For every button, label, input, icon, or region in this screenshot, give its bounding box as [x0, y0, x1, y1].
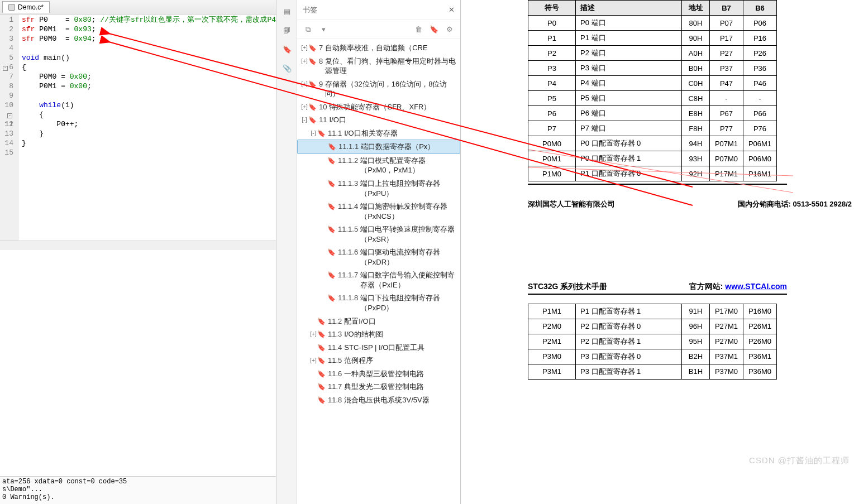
toc-number: 11.3 [328, 329, 342, 339]
table-row: P1M1P1 口配置寄存器 191HP17M0P16M0 [528, 304, 777, 319]
toc-number: 11.1 [328, 128, 342, 138]
toc-label: I/O口 [329, 115, 346, 125]
bookmark-item-icon: 🔖 [327, 179, 336, 188]
bookmark-icon[interactable]: 🔖 [282, 44, 293, 55]
divider [528, 184, 787, 185]
add-bookmark-icon[interactable]: 🔖 [429, 25, 439, 35]
toc-item[interactable]: [+]🔖8复位、看门狗、掉电唤醒专用定时器与电源管理 [297, 55, 460, 78]
bookmark-item-icon: 🔖 [308, 102, 317, 112]
toc-number: 11.1.5 [338, 224, 358, 234]
tree-toggle-icon[interactable]: [+] [300, 56, 308, 65]
register-table-1: 符号 描述 地址 B7 B6 P0P0 端口80HP07P06P1P1 端口90… [528, 0, 777, 181]
tree-toggle-icon[interactable]: [+] [309, 356, 317, 364]
toc-item[interactable]: [+]🔖11.1.8端口下拉电阻控制寄存器（PxPD） [297, 291, 460, 314]
toc-label: 一种典型三极管控制电路 [344, 369, 424, 379]
collapse-tree-icon[interactable]: ▾ [318, 25, 328, 35]
toc-number: 11.8 [328, 395, 342, 405]
toc-number: 11.2 [328, 316, 342, 327]
bookmark-item-icon: 🔖 [327, 247, 336, 257]
attachment-icon[interactable]: 📎 [282, 63, 293, 74]
table-row: P2M1P2 口配置寄存器 195HP27M0P26M0 [528, 334, 777, 349]
toc-item[interactable]: [+]🔖9存储器（32位访问，16位访问，8位访问） [297, 78, 460, 100]
table-row: P1M0P1 口配置寄存器 092HP17M1P16M1 [528, 166, 777, 181]
register-table-2: P1M1P1 口配置寄存器 191HP17M0P16M0P2M0P2 口配置寄存… [528, 304, 777, 380]
toc-item[interactable]: [+]🔖11.1.7端口数字信号输入使能控制寄存器（PxIE） [297, 268, 460, 291]
toc-item[interactable]: [+]🔖11.1.3端口上拉电阻控制寄存器（PxPU） [297, 177, 460, 200]
build-output: ata=256 xdata=0 const=0 code=35 s\Demo".… [0, 476, 276, 504]
toc-item[interactable]: [+]🔖11.3I/O的结构图 [297, 328, 460, 341]
toc-number: 11.4 [328, 343, 342, 353]
tree-toggle-icon[interactable]: [+] [309, 329, 317, 338]
pages-icon[interactable]: 🗐 [282, 25, 293, 36]
bookmark-item-icon: 🔖 [327, 201, 336, 211]
delete-icon[interactable]: 🗑 [413, 25, 423, 35]
horizontal-scrollbar[interactable] [0, 241, 276, 250]
page-footer: 深圳国芯人工智能有限公司 国内分销商电话: 0513-5501 2928/2 [528, 199, 854, 209]
file-icon [8, 4, 15, 11]
bookmark-tree[interactable]: [+]🔖7自动频率校准，自动追频（CRE[+]🔖8复位、看门狗、掉电唤醒专用定时… [297, 39, 460, 504]
toc-label: 端口施密特触发控制寄存器（PxNCS） [360, 201, 457, 221]
toc-item[interactable]: [+]🔖11.1.2端口模式配置寄存器（PxM0，PxM1） [297, 154, 460, 177]
toc-number: 11.5 [328, 356, 342, 366]
toc-item[interactable]: [+]🔖11.5范例程序 [297, 354, 460, 367]
toc-item[interactable]: [+]🔖11.6一种典型三极管控制电路 [297, 367, 460, 381]
toc-label: 存储器（32位访问，16位访问，8位访问） [325, 79, 457, 99]
pdf-page-pane[interactable]: 符号 描述 地址 B7 B6 P0P0 端口80HP07P06P1P1 端口90… [461, 0, 854, 504]
pdf-sidebar-pane: ▤ 🗐 🔖 📎 书签 ✕ ⧉ ▾ 🗑 🔖 ⚙ [+]🔖7自动频率校准，自动追频（… [276, 0, 461, 504]
table-row: P3M1P3 口配置寄存器 1B1HP37M0P36M0 [528, 364, 777, 379]
bookmark-item-icon: 🔖 [317, 369, 326, 378]
toc-label: 自动频率校准，自动追频（CRE [325, 43, 427, 53]
table-row: P4P4 端口C0HP47P46 [528, 76, 777, 91]
toc-item[interactable]: [+]🔖7自动频率校准，自动追频（CRE [297, 41, 460, 55]
page-header: STC32G 系列技术手册 官方网站: www.STCAI.com [528, 282, 787, 292]
expand-tree-icon[interactable]: ⧉ [303, 25, 313, 35]
line-gutter: 12345-678910-1112131415 [0, 15, 18, 241]
bookmark-header: 书签 ✕ [297, 0, 460, 20]
toc-number: 8 [319, 56, 323, 66]
toc-label: 端口模式配置寄存器（PxM0，PxM1） [360, 156, 457, 175]
tree-toggle-icon[interactable]: [+] [300, 79, 308, 88]
toc-item[interactable]: [+]🔖11.1.6端口驱动电流控制寄存器（PxDR） [297, 246, 460, 268]
toc-item[interactable]: [+]🔖11.1.5端口电平转换速度控制寄存器（PxSR） [297, 223, 460, 246]
table-row: P1P1 端口90HP17P16 [528, 31, 777, 46]
toc-item[interactable]: [+]🔖11.4STC-ISP | I/O口配置工具 [297, 341, 460, 354]
code-area[interactable]: 12345-678910-1112131415 sfr P0 = 0x80; /… [0, 15, 276, 241]
editor-tab-bar: Demo.c* [0, 0, 276, 15]
site-link[interactable]: www.STCAI.com [725, 282, 787, 291]
toc-label: 配置I/O口 [344, 316, 375, 327]
bookmark-item-icon: 🔖 [317, 382, 326, 391]
toc-item[interactable]: [-]🔖11.1I/O口相关寄存器 [297, 127, 460, 140]
tree-toggle-icon[interactable]: [-] [309, 128, 317, 137]
toc-item[interactable]: [+]🔖11.8混合电压供电系统3V/5V器 [297, 393, 460, 407]
tree-toggle-icon[interactable]: [-] [300, 115, 308, 124]
toc-item[interactable]: [-]🔖11I/O口 [297, 113, 460, 127]
footer-company: 深圳国芯人工智能有限公司 [528, 199, 615, 209]
status-line: ata=256 xdata=0 const=0 code=35 [2, 478, 274, 486]
table-row: P5P5 端口C8H-- [528, 91, 777, 106]
bookmark-title: 书签 [303, 5, 317, 15]
th-addr: 地址 [682, 1, 710, 16]
toc-number: 11.1.2 [338, 156, 358, 166]
code-text[interactable]: sfr P0 = 0x80; //关键字sfr以红色显示，第一次下载不亮，需改成… [18, 15, 276, 241]
bookmark-item-icon: 🔖 [327, 224, 336, 234]
thumbnails-icon[interactable]: ▤ [282, 6, 293, 17]
bookmark-item-icon: 🔖 [317, 128, 326, 138]
editor-tab[interactable]: Demo.c* [2, 1, 50, 13]
toc-number: 11.6 [328, 369, 342, 379]
options-icon[interactable]: ⚙ [445, 25, 455, 35]
toc-item[interactable]: [+]🔖11.7典型发光二极管控制电路 [297, 380, 460, 393]
toc-item[interactable]: [+]🔖11.2配置I/O口 [297, 315, 460, 328]
tree-toggle-icon[interactable]: [+] [300, 102, 308, 111]
table-row: P0P0 端口80HP07P06 [528, 16, 777, 31]
toc-number: 9 [319, 79, 323, 89]
bookmark-item-icon: 🔖 [317, 395, 326, 405]
toc-item[interactable]: [+]🔖11.1.1端口数据寄存器（Px） [297, 140, 460, 154]
toc-label: 端口数字信号输入使能控制寄存器（PxIE） [360, 270, 457, 290]
table-row: P3P3 端口B0HP37P36 [528, 61, 777, 76]
toc-item[interactable]: [+]🔖10特殊功能寄存器（SFR、XFR） [297, 100, 460, 114]
toc-label: 端口电平转换速度控制寄存器（PxSR） [360, 224, 457, 244]
toc-item[interactable]: [+]🔖11.1.4端口施密特触发控制寄存器（PxNCS） [297, 200, 460, 223]
toc-label: I/O的结构图 [344, 329, 383, 339]
close-icon[interactable]: ✕ [449, 6, 455, 14]
tree-toggle-icon[interactable]: [+] [300, 43, 308, 52]
